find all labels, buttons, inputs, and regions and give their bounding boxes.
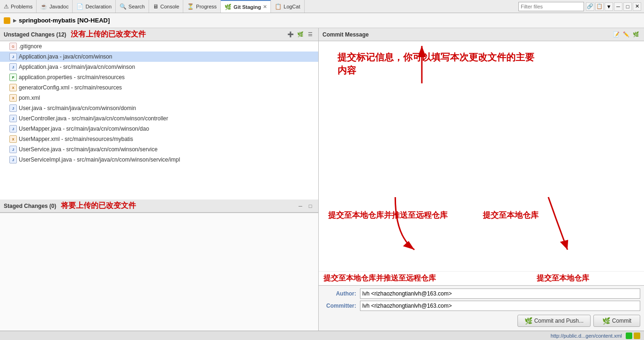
filter-input[interactable] (518, 2, 584, 11)
status-dot-green (626, 333, 632, 339)
unstaged-file-item[interactable]: JApplication.java - src/main/java/cn/com… (0, 62, 318, 72)
unstaged-file-item[interactable]: JUserService.java - src/main/java/cn/com… (0, 144, 318, 155)
tab-logcat[interactable]: 📋 LogCat (271, 0, 304, 13)
commit-message-area: 提交标记信息，你可以填写本次更改文件的主要内容 提交至本地仓库并推送至远程仓库 … (319, 41, 644, 271)
unstaged-file-item[interactable]: JUserServiceImpl.java - src/main/java/cn… (0, 155, 318, 165)
author-label: Author: (322, 290, 360, 297)
status-url: http://public.d...gen/content.xml (551, 333, 622, 339)
staged-action-expand[interactable]: □ (306, 202, 315, 210)
status-dot-yellow (634, 333, 640, 339)
button-row: 🌿 Commit and Push... 🌿 Commit (322, 313, 640, 328)
status-bar: http://public.d...gen/content.xml (0, 331, 644, 340)
progress-icon: ⏳ (187, 3, 194, 10)
staged-header: Staged Changes (0) 将要上传的已改变文件 ─ □ (0, 200, 318, 213)
unstaged-file-item[interactable]: JUser.java - src/main/java/cn/com/winson… (0, 103, 318, 113)
staged-title: Staged Changes (0) (4, 203, 56, 209)
staged-files-area (0, 213, 318, 331)
tab-bar: ⚠ Problems ☕ Javadoc 📄 Declaration 🔍 Sea… (0, 0, 644, 13)
tab-console[interactable]: 🖥 Console (149, 0, 183, 13)
tab-close-icon[interactable]: ✕ (263, 4, 267, 9)
tab-javadoc[interactable]: ☕ Javadoc (37, 0, 73, 13)
right-panel: Commit Message 📝 ✏️ 🌿 提交标记信息，你可以填写本次更改文件… (319, 28, 644, 331)
commit-and-push-button[interactable]: 🌿 Commit and Push... (517, 315, 591, 327)
logcat-icon: 📋 (275, 3, 282, 10)
close-panel-icon[interactable]: ✕ (633, 2, 641, 11)
committer-row: Committer: (322, 301, 640, 311)
unstaged-file-item[interactable]: G.gitignore (0, 41, 318, 52)
commit-push-icon: 🌿 (524, 317, 532, 325)
left-panel: Unstaged Changes (12) 没有上传的已改变文件 ➕ 🌿 ☰ G… (0, 28, 319, 331)
staged-action-minus[interactable]: ─ (296, 202, 305, 210)
author-row: Author: (322, 288, 640, 299)
unstaged-label-cn: 没有上传的已改变文件 (71, 30, 146, 39)
expand-arrow-icon[interactable]: ▶ (13, 18, 17, 23)
problems-icon: ⚠ (4, 3, 9, 10)
project-badge-icon (4, 17, 10, 24)
project-header: ▶ springboot-mybatis [NO-HEAD] (0, 13, 644, 28)
minimize-icon[interactable]: ─ (614, 2, 622, 11)
unstaged-action-3[interactable]: ☰ (306, 30, 315, 39)
commit-msg-action-2[interactable]: ✏️ (622, 30, 630, 39)
commit-textarea[interactable] (319, 41, 644, 271)
commit-msg-header: Commit Message 📝 ✏️ 🌿 (319, 28, 644, 41)
console-icon: 🖥 (153, 3, 158, 10)
unstaged-file-list: G.gitignoreJApplication.java - java/cn/c… (0, 41, 318, 200)
unstaged-file-item[interactable]: JUserController.java - src/main/java/cn/… (0, 113, 318, 124)
unstaged-file-item[interactable]: Papplication.properties - src/main/resou… (0, 72, 318, 82)
filter-icon-2[interactable]: 📋 (595, 2, 604, 11)
main-content: Unstaged Changes (12) 没有上传的已改变文件 ➕ 🌿 ☰ G… (0, 28, 644, 331)
committer-label: Committer: (322, 303, 360, 309)
javadoc-icon: ☕ (40, 3, 47, 10)
staged-section: Staged Changes (0) 将要上传的已改变文件 ─ □ (0, 200, 318, 331)
commit-local-label: 提交至本地仓库 (486, 273, 639, 283)
filter-icons: 🔗 📋 ▼ ─ □ ✕ (586, 2, 641, 11)
commit-msg-actions: 📝 ✏️ 🌿 (612, 30, 640, 39)
author-input[interactable] (360, 288, 640, 299)
unstaged-file-item[interactable]: XgeneratorConfig.xml - src/main/resource… (0, 82, 318, 93)
bottom-form: Author: Committer: 🌿 Commit and Push... … (319, 285, 644, 331)
project-title: springboot-mybatis [NO-HEAD] (19, 17, 110, 24)
tab-progress[interactable]: ⏳ Progress (183, 0, 221, 13)
committer-input[interactable] (360, 301, 640, 311)
tab-git-staging[interactable]: 🌿 Git Staging ✕ (221, 0, 271, 13)
filter-icon-3[interactable]: ▼ (605, 2, 613, 11)
tab-problems[interactable]: ⚠ Problems (0, 0, 37, 13)
unstaged-header: Unstaged Changes (12) 没有上传的已改变文件 ➕ 🌿 ☰ (0, 28, 318, 41)
filter-area: 🔗 📋 ▼ ─ □ ✕ (518, 2, 644, 11)
status-indicators (626, 333, 640, 339)
unstaged-action-1[interactable]: ➕ (286, 30, 295, 39)
commit-msg-action-1[interactable]: 📝 (612, 30, 621, 39)
unstaged-file-item[interactable]: XUserMapper.xml - src/main/resources/myb… (0, 134, 318, 144)
unstaged-title: Unstaged Changes (12) (4, 31, 66, 38)
tab-search[interactable]: 🔍 Search (116, 0, 149, 13)
unstaged-file-item[interactable]: Xpom.xml (0, 93, 318, 103)
unstaged-file-item[interactable]: JUserMapper.java - src/main/java/cn/com/… (0, 124, 318, 134)
staged-actions: ─ □ (296, 202, 315, 210)
unstaged-file-item[interactable]: JApplication.java - java/cn/com/winson (0, 52, 318, 62)
unstaged-action-2[interactable]: 🌿 (296, 30, 305, 39)
git-staging-icon: 🌿 (225, 4, 232, 10)
maximize-icon[interactable]: □ (623, 2, 632, 11)
staged-label-cn: 将要上传的已改变文件 (61, 201, 136, 211)
search-icon: 🔍 (120, 3, 127, 10)
commit-button[interactable]: 🌿 Commit (593, 315, 640, 327)
commit-msg-title: Commit Message (322, 31, 369, 38)
tab-declaration[interactable]: 📄 Declaration (73, 0, 116, 13)
commit-icon: 🌿 (602, 317, 610, 325)
declaration-icon: 📄 (76, 3, 83, 10)
unstaged-actions: ➕ 🌿 ☰ (286, 30, 315, 39)
commit-msg-action-3[interactable]: 🌿 (632, 30, 640, 39)
filter-icon-1[interactable]: 🔗 (586, 2, 594, 11)
push-label: 提交至本地仓库并推送至远程仓库 (323, 273, 477, 283)
